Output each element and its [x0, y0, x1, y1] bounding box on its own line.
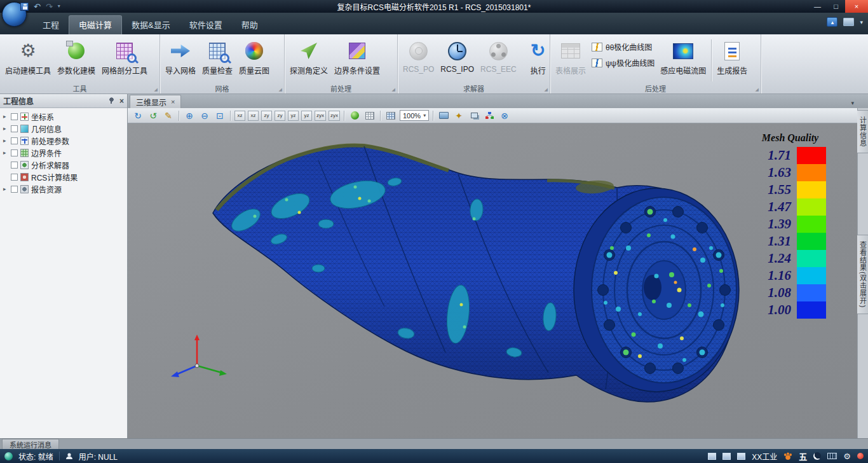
quality-contour-button[interactable]: 质量云图: [236, 37, 273, 76]
tree-item-boundary-conditions[interactable]: ▸ 边界条件: [0, 147, 127, 159]
undo-icon[interactable]: ↶: [34, 3, 41, 11]
checkbox[interactable]: [11, 149, 18, 156]
wireframe-view-icon[interactable]: [363, 109, 376, 121]
mesh-partition-tool-button[interactable]: 网格剖分工具: [98, 37, 151, 76]
checkbox[interactable]: [11, 125, 18, 132]
zoom-level-select[interactable]: 100% ▾: [400, 110, 429, 121]
tree-item-label: 几何信息: [31, 123, 62, 134]
launch-modeling-tool-button[interactable]: ⚙ 启动建模工具: [2, 37, 54, 76]
system-messages-tab[interactable]: 系统运行消息: [2, 439, 59, 449]
tab-3d-display[interactable]: 三维显示 ×: [130, 95, 181, 108]
expander-icon[interactable]: ▸: [3, 186, 8, 192]
theta-polarization-curve-button[interactable]: θθ极化曲线图: [589, 41, 657, 53]
tab-list-icon[interactable]: ▾: [851, 100, 854, 106]
shaded-view-icon[interactable]: [348, 109, 361, 121]
generate-report-button[interactable]: 生成报告: [714, 37, 750, 76]
capture-icon[interactable]: [437, 109, 450, 121]
psi-polarization-curve-button[interactable]: ψψ极化曲线图: [589, 57, 657, 69]
tab-project[interactable]: 工程: [33, 16, 69, 34]
dialog-launcher-icon[interactable]: ◢: [545, 87, 548, 92]
tray-gear-icon[interactable]: ⚙: [843, 452, 851, 460]
dialog-launcher-icon[interactable]: ◢: [154, 87, 158, 92]
close-button[interactable]: ×: [845, 0, 868, 13]
tree-item-analysis-solver[interactable]: 分析求解器: [0, 159, 127, 171]
pin-icon[interactable]: [108, 97, 115, 105]
zoom-out-icon[interactable]: ⊖: [198, 109, 211, 121]
axis-view-button[interactable]: xz: [234, 111, 245, 121]
window-preview-icon[interactable]: [737, 453, 745, 460]
notification-dot-icon[interactable]: [857, 453, 864, 459]
zoom-window-icon[interactable]: ⊡: [214, 109, 226, 121]
axis-view-button[interactable]: yz: [301, 111, 312, 121]
light-icon[interactable]: ✦: [452, 109, 465, 121]
dialog-launcher-icon[interactable]: ◢: [279, 87, 282, 92]
parametric-modeling-button[interactable]: 参数化建模: [54, 37, 98, 76]
checkbox[interactable]: [11, 174, 18, 181]
tab-close-icon[interactable]: ×: [171, 98, 175, 106]
tab-data-display[interactable]: 数据&显示: [122, 16, 180, 34]
execute-button[interactable]: ↻ 执行: [524, 37, 553, 76]
tree-item-geometry-info[interactable]: ▸ 几何信息: [0, 123, 127, 135]
minimize-button[interactable]: —: [808, 0, 827, 13]
quality-check-button[interactable]: 质量检查: [199, 37, 236, 76]
qat-customize-icon[interactable]: ▾: [58, 4, 60, 9]
tab-help[interactable]: 帮助: [232, 16, 268, 34]
dock-tab-view-results[interactable]: 查看结果(双击展开): [857, 235, 868, 314]
window-preview-icon[interactable]: [722, 453, 731, 460]
checkbox[interactable]: [11, 186, 18, 193]
display-icon[interactable]: [843, 18, 854, 26]
axis-view-button[interactable]: yz: [288, 111, 299, 121]
axis-view-button[interactable]: zy: [275, 111, 285, 121]
expander-icon[interactable]: ▸: [3, 114, 8, 120]
dialog-launcher-icon[interactable]: ◢: [756, 87, 759, 92]
expander-icon[interactable]: ▸: [3, 138, 8, 144]
dialog-launcher-icon[interactable]: ◢: [392, 87, 395, 92]
layers-icon[interactable]: [468, 109, 480, 121]
checkbox[interactable]: [11, 162, 18, 169]
zoom-in-icon[interactable]: ⊕: [183, 109, 196, 121]
moon-icon[interactable]: [813, 452, 821, 460]
close-view-icon[interactable]: ⊗: [498, 109, 511, 121]
tree-item-coordinate-system[interactable]: ▸ 坐标系: [0, 111, 127, 123]
viewport-toolbar: ↻ ↺ ✎ ⊕ ⊖ ⊡ xz xz zy zy yz yz zyx zyx: [128, 108, 857, 123]
separator: [230, 111, 231, 121]
import-mesh-button[interactable]: 导入网格: [162, 37, 199, 76]
axis-view-button[interactable]: zyx: [315, 111, 326, 121]
expander-icon[interactable]: ▸: [3, 126, 8, 132]
quick-access-toolbar: ↶ ↷ ▾: [20, 3, 60, 11]
model-3d-render[interactable]: [128, 123, 857, 438]
checkbox[interactable]: [11, 137, 18, 144]
save-icon[interactable]: [20, 3, 29, 11]
dock-tab-computation-info[interactable]: 计算信息: [857, 110, 868, 153]
induced-current-map-button[interactable]: 感应电磁流图: [657, 37, 709, 76]
rcs-ipo-button[interactable]: RCS_IPO: [437, 37, 477, 74]
axis-view-button[interactable]: zy: [261, 111, 272, 121]
group-body: 导入网格 质量检查 质量云图: [160, 34, 284, 83]
orbit-icon[interactable]: ↻: [132, 109, 144, 121]
probe-angle-button[interactable]: 探测角定义: [287, 37, 331, 76]
tab-em-computation[interactable]: 电磁计算: [69, 15, 122, 34]
axis-view-button[interactable]: zyx: [329, 111, 340, 121]
expander-icon[interactable]: ▸: [3, 150, 8, 156]
menu-more-icon[interactable]: ▾: [860, 19, 863, 25]
tree-item-report-resources[interactable]: ▸ 报告资源: [0, 183, 127, 195]
collapse-ribbon-icon[interactable]: ▴: [827, 17, 837, 27]
maximize-button[interactable]: □: [827, 0, 845, 13]
keyboard-icon[interactable]: [827, 453, 837, 459]
ime-mode-indicator[interactable]: 五: [799, 450, 807, 462]
paw-input-method-icon[interactable]: [783, 452, 792, 460]
tab-software-settings[interactable]: 软件设置: [180, 16, 232, 34]
panel-close-icon[interactable]: ×: [119, 97, 124, 105]
boundary-condition-button[interactable]: 边界条件设置: [331, 37, 383, 76]
mesh-toggle-icon[interactable]: [384, 109, 397, 121]
tree-item-rcs-results[interactable]: RCS计算结果: [0, 171, 127, 183]
axis-view-button[interactable]: xz: [248, 111, 259, 121]
checkbox[interactable]: [11, 113, 18, 120]
window-preview-icon[interactable]: [708, 453, 716, 460]
link-nodes-icon[interactable]: [483, 109, 496, 121]
edit-icon[interactable]: ✎: [162, 109, 175, 121]
viewport-3d[interactable]: Mesh Quality 1.71 1.63 1.55 1.47 1.39 1.…: [128, 123, 857, 438]
pan-icon[interactable]: ↺: [147, 109, 159, 121]
redo-icon[interactable]: ↷: [46, 3, 53, 11]
tree-item-preprocess-params[interactable]: ▸ 前处理参数: [0, 135, 127, 147]
